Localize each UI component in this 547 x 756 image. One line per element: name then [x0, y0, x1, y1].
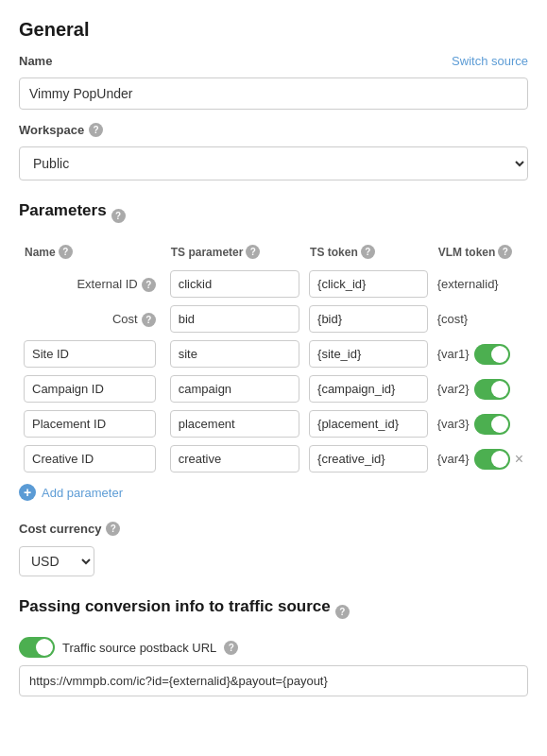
- ts-parameter-input[interactable]: [170, 270, 299, 298]
- conversion-title: Passing conversion info to traffic sourc…: [19, 597, 331, 616]
- ts-parameter-input[interactable]: [170, 340, 299, 368]
- param-name-label: External ID?: [19, 266, 165, 301]
- postback-help-icon[interactable]: ?: [224, 641, 238, 655]
- cost-currency-label: Cost currency ?: [19, 522, 120, 536]
- cost-currency-select[interactable]: USD EUR GBP: [19, 546, 94, 576]
- ts-token-input[interactable]: [309, 445, 428, 472]
- vlm-token-value: {var2}: [437, 382, 470, 396]
- name-input[interactable]: [19, 77, 528, 110]
- add-parameter-button[interactable]: + Add parameter: [19, 484, 528, 501]
- ts-parameter-input[interactable]: [170, 410, 299, 438]
- param-toggle-slider: [474, 344, 510, 365]
- conversion-help-icon[interactable]: ?: [335, 605, 350, 619]
- postback-url-input[interactable]: [19, 665, 528, 696]
- conversion-header: Passing conversion info to traffic sourc…: [19, 597, 528, 626]
- param-toggle[interactable]: [474, 449, 510, 470]
- param-toggle-slider: [474, 414, 510, 435]
- col-ts-param-help-icon[interactable]: ?: [246, 245, 260, 259]
- cost-currency-label-row: Cost currency ?: [19, 522, 528, 541]
- workspace-select[interactable]: Public Private: [19, 146, 528, 180]
- postback-row: Traffic source postback URL ?: [19, 637, 528, 658]
- col-vlm-token-header: VLM token ?: [433, 241, 528, 266]
- param-name-input[interactable]: [24, 410, 156, 438]
- param-help-icon[interactable]: ?: [142, 278, 156, 292]
- ts-parameter-input[interactable]: [170, 305, 299, 333]
- param-toggle[interactable]: [474, 414, 510, 435]
- workspace-help-icon[interactable]: ?: [89, 123, 103, 137]
- parameters-table-header: Name ? TS parameter ? TS token ?: [19, 241, 528, 266]
- col-name-header: Name ?: [19, 241, 165, 266]
- switch-source-link[interactable]: Switch source: [452, 54, 528, 68]
- vlm-token-value: {var3}: [437, 417, 470, 431]
- col-ts-param-header: TS parameter ?: [165, 241, 304, 266]
- vlm-token-value: {var1}: [437, 347, 470, 361]
- param-help-icon[interactable]: ?: [142, 313, 156, 327]
- vlm-token-value: {externalid}: [437, 277, 499, 291]
- postback-toggle-slider: [19, 637, 55, 658]
- param-name-label: Cost?: [19, 301, 165, 336]
- general-section: General Name Switch source Workspace ? P…: [19, 19, 528, 180]
- vlm-cell: {var3}: [437, 414, 523, 435]
- cost-currency-section: Cost currency ? USD EUR GBP: [19, 522, 528, 576]
- param-toggle[interactable]: [474, 344, 510, 365]
- table-row: {var3}: [19, 406, 528, 441]
- ts-token-input[interactable]: [309, 305, 428, 333]
- parameters-title: Parameters: [19, 201, 107, 220]
- workspace-field-row: Workspace ?: [19, 123, 528, 142]
- col-ts-token-header: TS token ?: [304, 241, 433, 266]
- parameters-table: Name ? TS parameter ? TS token ?: [19, 241, 528, 476]
- postback-toggle[interactable]: [19, 637, 55, 658]
- ts-token-input[interactable]: [309, 410, 428, 438]
- ts-token-input[interactable]: [309, 340, 428, 368]
- param-toggle-slider: [474, 379, 510, 400]
- param-close-icon[interactable]: ×: [515, 452, 523, 467]
- ts-parameter-input[interactable]: [170, 375, 299, 403]
- general-title: General: [19, 19, 528, 41]
- param-name-input[interactable]: [24, 340, 156, 368]
- table-row: {var1}: [19, 336, 528, 371]
- param-name-input[interactable]: [24, 445, 156, 472]
- param-toggle-slider: [474, 449, 510, 470]
- vlm-token-value: {cost}: [437, 312, 469, 326]
- param-name-input[interactable]: [24, 375, 156, 403]
- parameters-section: Parameters ? Name ? TS parameter ?: [19, 201, 528, 501]
- vlm-cell: {var1}: [437, 344, 523, 365]
- table-row: External ID?{externalid}: [19, 266, 528, 301]
- param-toggle[interactable]: [474, 379, 510, 400]
- ts-token-input[interactable]: [309, 375, 428, 403]
- conversion-section: Passing conversion info to traffic sourc…: [19, 597, 528, 696]
- vlm-cell: {cost}: [437, 312, 523, 326]
- vlm-token-value: {var4}: [437, 452, 470, 466]
- col-ts-token-help-icon[interactable]: ?: [361, 245, 375, 259]
- parameters-help-icon[interactable]: ?: [111, 209, 126, 223]
- add-parameter-plus-icon: +: [19, 484, 36, 501]
- vlm-cell: {var2}: [437, 379, 523, 400]
- name-field-row: Name Switch source: [19, 54, 528, 73]
- add-parameter-label: Add parameter: [42, 486, 123, 500]
- parameters-header: Parameters ?: [19, 201, 528, 230]
- postback-label: Traffic source postback URL: [62, 641, 216, 655]
- ts-token-input[interactable]: [309, 270, 428, 298]
- ts-parameter-input[interactable]: [170, 445, 299, 472]
- name-label: Name: [19, 54, 52, 68]
- col-name-help-icon[interactable]: ?: [59, 245, 73, 259]
- vlm-cell: {externalid}: [437, 277, 523, 291]
- workspace-label: Workspace ?: [19, 123, 103, 137]
- table-row: Cost?{cost}: [19, 301, 528, 336]
- col-vlm-token-help-icon[interactable]: ?: [498, 245, 512, 259]
- table-row: {var2}: [19, 371, 528, 406]
- cost-currency-help-icon[interactable]: ?: [106, 522, 120, 536]
- table-row: {var4}×: [19, 441, 528, 476]
- vlm-cell: {var4}×: [437, 449, 523, 470]
